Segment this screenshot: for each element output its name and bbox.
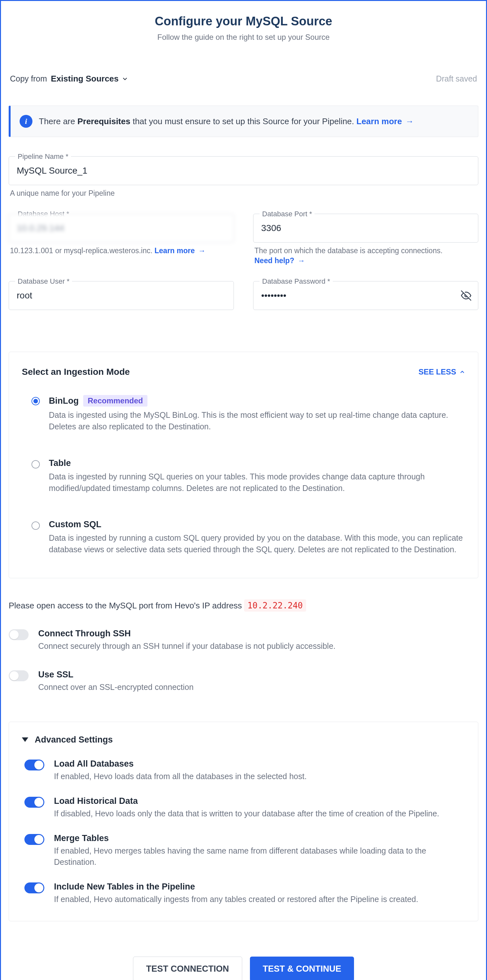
toggle-ssl-title: Use SSL (38, 670, 478, 679)
adv-desc-3: If enabled, Hevo automatically ingests f… (54, 894, 465, 905)
password-label: Database Password * (260, 277, 333, 286)
info-icon: i (19, 115, 32, 128)
toggle-ssl-desc: Connect over an SSL-encrypted connection (38, 682, 478, 693)
adv-desc-0: If enabled, Hevo loads data from all the… (54, 771, 465, 782)
adv-title-1: Load Historical Data (54, 796, 465, 806)
option-title-table: Table (49, 458, 71, 468)
page-title: Configure your MySQL Source (9, 14, 478, 28)
pipeline-name-help: A unique name for your Pipeline (10, 189, 478, 198)
advanced-settings-title: Advanced Settings (35, 735, 113, 745)
banner-text: There are Prerequisites that you must en… (39, 116, 414, 126)
radio-binlog[interactable] (32, 397, 40, 405)
option-desc-customsql: Data is ingested by running a custom SQL… (49, 532, 465, 555)
toggle-include-new-tables[interactable] (24, 883, 44, 893)
triangle-down-icon (22, 737, 28, 742)
pipeline-name-input[interactable] (9, 156, 478, 185)
radio-table[interactable] (32, 460, 40, 468)
ip-access-note: Please open access to the MySQL port fro… (9, 601, 478, 611)
host-help: 10.123.1.001 or mysql-replica.westeros.i… (10, 247, 234, 255)
radio-customsql[interactable] (32, 522, 40, 530)
ingestion-panel: Select an Ingestion Mode SEE LESS BinLog… (9, 352, 478, 578)
draft-saved-label: Draft saved (436, 74, 477, 83)
option-desc-binlog: Data is ingested using the MySQL BinLog.… (49, 409, 465, 433)
adv-desc-1: If disabled, Hevo loads only the data th… (54, 808, 465, 819)
recommended-badge: Recommended (83, 395, 147, 407)
test-connection-button[interactable]: TEST CONNECTION (133, 956, 242, 980)
toggle-ssl[interactable] (9, 670, 29, 681)
ip-address-code: 10.2.22.240 (244, 600, 306, 612)
ingestion-title: Select an Ingestion Mode (22, 367, 130, 377)
toggle-ssh-desc: Connect securely through an SSH tunnel i… (38, 641, 478, 652)
chevron-up-icon (459, 369, 465, 375)
prerequisites-banner: i There are Prerequisites that you must … (9, 106, 478, 137)
advanced-settings-panel: Advanced Settings Load All Databases If … (9, 722, 478, 921)
eye-off-icon[interactable] (461, 290, 471, 301)
host-input[interactable] (9, 214, 234, 243)
port-help: The port on which the database is accept… (254, 247, 478, 255)
toggle-load-historical[interactable] (24, 797, 44, 808)
pipeline-name-label: Pipeline Name * (15, 153, 71, 161)
adv-title-3: Include New Tables in the Pipeline (54, 882, 465, 892)
option-title-customsql: Custom SQL (49, 520, 102, 530)
user-label: Database User * (15, 277, 72, 286)
adv-title-2: Merge Tables (54, 834, 465, 843)
toggle-ssh-title: Connect Through SSH (38, 628, 478, 639)
port-need-help-link[interactable]: Need help? → (254, 256, 305, 265)
toggle-ssh[interactable] (9, 629, 29, 640)
test-continue-button[interactable]: TEST & CONTINUE (250, 956, 354, 980)
copy-from-dropdown[interactable]: Existing Sources (51, 74, 128, 84)
copy-from-label: Copy from (10, 74, 47, 83)
page-subtitle: Follow the guide on the right to set up … (9, 33, 478, 42)
learn-more-link[interactable]: Learn more → (356, 116, 414, 126)
toggle-load-all-databases[interactable] (24, 760, 44, 770)
option-desc-table: Data is ingested by running SQL queries … (49, 471, 465, 494)
adv-title-0: Load All Databases (54, 759, 465, 769)
adv-desc-2: If enabled, Hevo merges tables having th… (54, 845, 465, 868)
advanced-settings-toggle[interactable]: Advanced Settings (22, 735, 465, 745)
host-learn-more-link[interactable]: Learn more → (155, 247, 206, 255)
chevron-down-icon (122, 76, 128, 82)
option-title-binlog: BinLog (49, 396, 79, 406)
port-label: Database Port * (260, 210, 315, 218)
copy-from-value: Existing Sources (51, 74, 118, 84)
toggle-merge-tables[interactable] (24, 834, 44, 845)
see-less-button[interactable]: SEE LESS (418, 368, 465, 376)
